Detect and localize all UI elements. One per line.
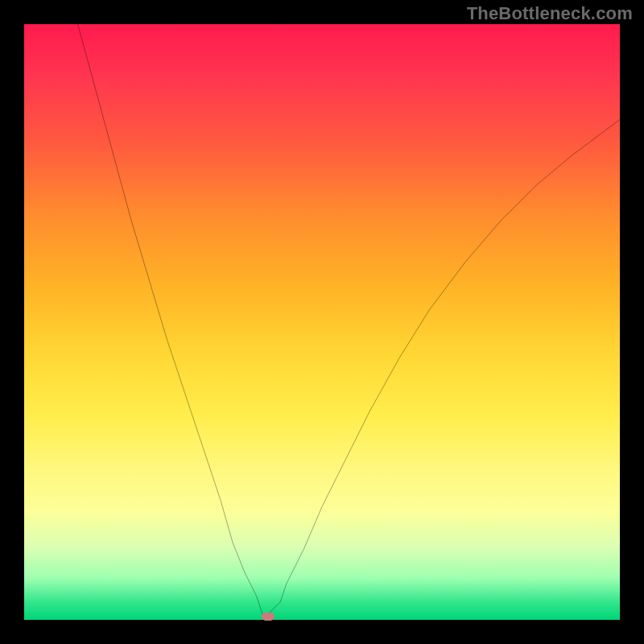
- chart-frame: TheBottleneck.com: [0, 0, 644, 644]
- watermark-text: TheBottleneck.com: [467, 3, 633, 24]
- bottleneck-curve: [24, 24, 620, 620]
- minimum-marker: [262, 613, 275, 621]
- plot-area: [24, 24, 620, 620]
